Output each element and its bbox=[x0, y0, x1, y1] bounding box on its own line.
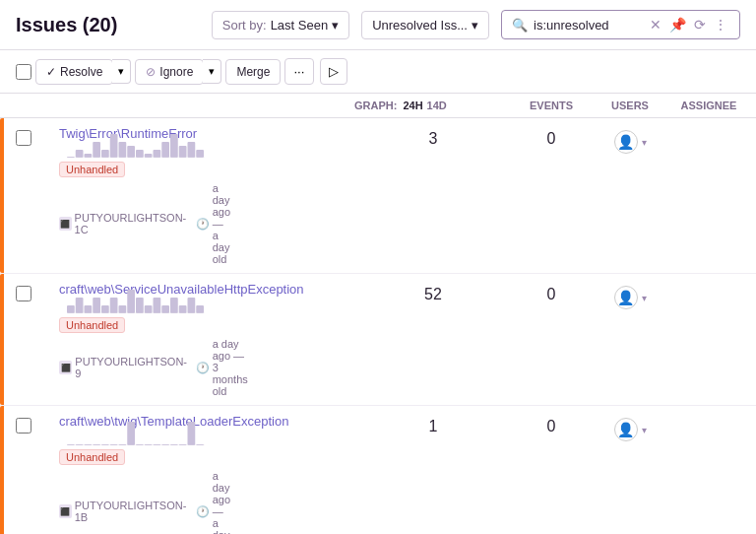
issue-main: craft\web\ServiceUnavailableHttpExceptio… bbox=[59, 282, 67, 397]
time-label: a day ago — a day old bbox=[213, 470, 230, 534]
users-count: 0 bbox=[512, 126, 591, 148]
merge-label: Merge bbox=[236, 65, 270, 79]
assignee-cell[interactable]: 👤 ▾ bbox=[591, 126, 669, 154]
sort-value: Last Seen bbox=[271, 18, 329, 33]
ignore-dropdown-button[interactable]: ▾ bbox=[203, 59, 221, 84]
assignee-chevron-icon: ▾ bbox=[642, 425, 647, 435]
svg-rect-8 bbox=[136, 150, 144, 158]
row-checkbox[interactable] bbox=[16, 286, 32, 301]
svg-rect-26 bbox=[145, 305, 153, 313]
svg-rect-14 bbox=[188, 142, 196, 158]
svg-rect-2 bbox=[85, 154, 93, 158]
svg-rect-21 bbox=[101, 305, 109, 313]
search-input[interactable] bbox=[534, 18, 642, 33]
more-search-button[interactable]: ⋮ bbox=[712, 17, 729, 33]
svg-rect-5 bbox=[110, 134, 118, 158]
events-count: 52 bbox=[354, 282, 512, 303]
project-info: ⬛ PUTYOURLIGHTSON-9 bbox=[59, 356, 188, 379]
filter-label: Unresolved Iss... bbox=[372, 18, 468, 33]
svg-rect-6 bbox=[119, 142, 127, 158]
svg-rect-12 bbox=[170, 134, 178, 158]
assignee-chevron-icon: ▾ bbox=[642, 137, 647, 148]
sparkline-chart bbox=[67, 422, 205, 445]
sparkline-chart bbox=[67, 290, 205, 313]
clear-search-button[interactable]: ✕ bbox=[648, 17, 663, 33]
svg-rect-32 bbox=[196, 305, 204, 313]
svg-rect-41 bbox=[127, 422, 135, 445]
issues-list: Twig\Error\RuntimeError /home/forge/puty… bbox=[0, 118, 756, 534]
svg-rect-1 bbox=[76, 150, 84, 158]
issue-main: craft\web\twig\TemplateLoaderException /… bbox=[59, 414, 67, 534]
svg-rect-9 bbox=[145, 154, 153, 158]
tab-24h[interactable]: 24h bbox=[403, 100, 422, 111]
graph-column-header: GRAPH: 24h 14d bbox=[354, 100, 512, 111]
svg-rect-20 bbox=[93, 298, 100, 313]
page-title: Issues (20) bbox=[16, 14, 117, 36]
table-row: Twig\Error\RuntimeError /home/forge/puty… bbox=[0, 118, 756, 274]
project-name: PUTYOURLIGHTSON-1B bbox=[75, 500, 188, 523]
select-all-checkbox[interactable] bbox=[16, 64, 32, 80]
time-label: a day ago — a day old bbox=[213, 182, 230, 265]
assignee-chevron-icon: ▾ bbox=[642, 293, 647, 303]
users-count: 0 bbox=[512, 414, 591, 435]
resolve-button[interactable]: ✓ Resolve bbox=[35, 59, 113, 85]
ignore-button[interactable]: ⊘ Ignore bbox=[135, 59, 204, 85]
assignee-cell[interactable]: 👤 ▾ bbox=[591, 414, 669, 441]
svg-rect-3 bbox=[93, 142, 100, 158]
issue-time: 🕐 a day ago — a day old bbox=[196, 470, 230, 534]
svg-rect-27 bbox=[154, 298, 161, 313]
play-button[interactable]: ▷ bbox=[320, 58, 347, 85]
filter-button[interactable]: Unresolved Iss... ▾ bbox=[361, 11, 489, 39]
row-checkbox[interactable] bbox=[16, 130, 32, 146]
sparkline-cell bbox=[67, 414, 354, 453]
svg-rect-10 bbox=[154, 150, 161, 158]
svg-rect-28 bbox=[161, 305, 169, 313]
sparkline-chart bbox=[67, 134, 205, 158]
project-name: PUTYOURLIGHTSON-9 bbox=[75, 356, 187, 379]
svg-rect-30 bbox=[179, 305, 187, 313]
svg-rect-17 bbox=[67, 305, 75, 313]
project-icon: ⬛ bbox=[59, 504, 72, 518]
more-actions-button[interactable]: ··· bbox=[284, 58, 313, 85]
issue-time: 🕐 a day ago — 3 months old bbox=[196, 338, 248, 397]
svg-rect-31 bbox=[188, 298, 196, 313]
clock-icon: 🕐 bbox=[196, 505, 210, 518]
resolve-dropdown-button[interactable]: ▾ bbox=[112, 59, 131, 84]
assignee-cell[interactable]: 👤 ▾ bbox=[591, 282, 669, 309]
priority-indicator bbox=[0, 406, 4, 534]
resolve-label: Resolve bbox=[60, 65, 102, 79]
users-count: 0 bbox=[512, 282, 591, 303]
svg-rect-24 bbox=[127, 290, 135, 313]
priority-indicator bbox=[0, 118, 4, 273]
assignee-avatar: 👤 bbox=[614, 418, 638, 441]
time-label: a day ago — 3 months old bbox=[213, 338, 248, 397]
clock-icon: 🕐 bbox=[196, 362, 210, 374]
svg-rect-48 bbox=[188, 422, 196, 445]
svg-rect-15 bbox=[196, 150, 204, 158]
assignee-avatar: 👤 bbox=[614, 130, 638, 154]
search-bar: 🔍 ✕ 📌 ⟳ ⋮ bbox=[501, 10, 740, 39]
svg-rect-13 bbox=[179, 146, 187, 158]
project-info: ⬛ PUTYOURLIGHTSON-1B bbox=[59, 500, 188, 523]
refresh-search-button[interactable]: ⟳ bbox=[692, 17, 708, 33]
svg-rect-19 bbox=[85, 305, 93, 313]
svg-rect-4 bbox=[101, 150, 109, 158]
priority-indicator bbox=[0, 274, 4, 405]
row-checkbox[interactable] bbox=[16, 418, 32, 434]
events-count: 1 bbox=[354, 414, 512, 435]
sort-label: Sort by: bbox=[222, 18, 267, 33]
merge-button[interactable]: Merge bbox=[225, 59, 281, 85]
check-icon: ✓ bbox=[46, 65, 56, 79]
svg-rect-23 bbox=[119, 305, 127, 313]
project-info: ⬛ PUTYOURLIGHTSON-1C bbox=[59, 212, 188, 235]
events-count: 3 bbox=[354, 126, 512, 148]
tab-14d[interactable]: 14d bbox=[427, 100, 447, 111]
search-icon: 🔍 bbox=[512, 18, 528, 33]
users-column-header: USERS bbox=[591, 100, 669, 111]
sort-button[interactable]: Sort by: Last Seen ▾ bbox=[212, 11, 349, 39]
pin-search-button[interactable]: 📌 bbox=[667, 17, 688, 33]
play-icon: ▷ bbox=[329, 64, 339, 79]
chevron-down-icon: ▾ bbox=[472, 18, 478, 33]
header-bar: Issues (20) Sort by: Last Seen ▾ Unresol… bbox=[0, 0, 756, 50]
project-icon: ⬛ bbox=[59, 361, 72, 374]
